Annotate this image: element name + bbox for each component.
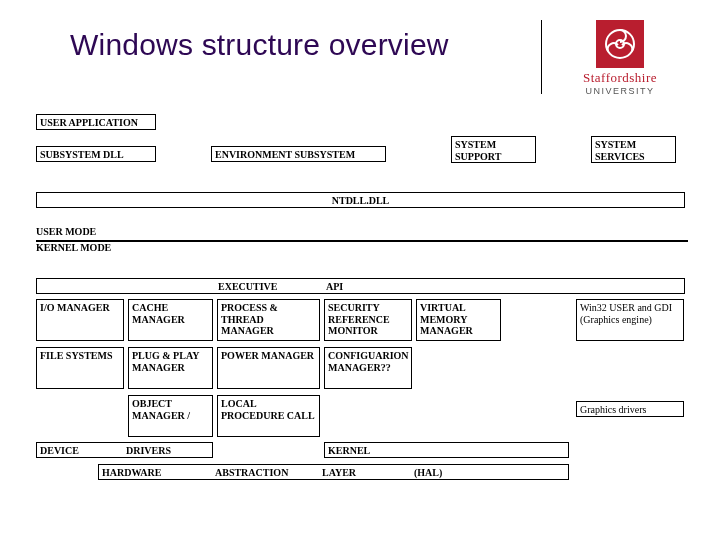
box-graphics-drivers: Graphics drivers	[576, 401, 684, 417]
box-drivers: DRIVERS	[123, 442, 213, 458]
box-object-manager: OBJECT MANAGER /	[128, 395, 213, 437]
box-environment-subsystem: ENVIRONMENT SUBSYSTEM	[211, 146, 386, 162]
box-abstraction: ABSTRACTION	[212, 464, 320, 480]
box-device: DEVICE	[36, 442, 124, 458]
box-io-manager: I/O MANAGER	[36, 299, 124, 341]
box-exec-right	[412, 278, 685, 294]
box-api: API	[323, 278, 413, 294]
mode-divider-line	[36, 240, 688, 242]
university-logo: Staffordshire UNIVERSITY	[560, 20, 680, 96]
box-configuration-manager: CONFIGUARION MANAGER??	[324, 347, 412, 389]
box-power-manager: POWER MANAGER	[217, 347, 320, 389]
box-process-thread-manager: PROCESS & THREAD MANAGER	[217, 299, 320, 341]
box-win32-gdi: Win32 USER and GDI (Graphics engine)	[576, 299, 684, 341]
box-system-services: SYSTEM SERVICES	[591, 136, 676, 163]
logo-text-primary: Staffordshire	[560, 70, 680, 86]
box-hardware: HARDWARE	[98, 464, 213, 480]
logo-mark-icon	[596, 20, 644, 68]
box-hal: (HAL)	[411, 464, 569, 480]
box-cache-manager: CACHE MANAGER	[128, 299, 213, 341]
box-user-application: USER APPLICATION	[36, 114, 156, 130]
box-local-procedure-call: LOCAL PROCEDURE CALL	[217, 395, 320, 437]
slide-header: Windows structure overview Staffordshire…	[0, 0, 720, 70]
header-divider	[541, 20, 542, 94]
label-kernel-mode: KERNEL MODE	[36, 242, 111, 254]
box-plug-and-play-manager: PLUG & PLAY MANAGER	[128, 347, 213, 389]
box-security-reference-monitor: SECURITY REFERENCE MONITOR	[324, 299, 412, 341]
box-layer: LAYER	[319, 464, 412, 480]
box-kernel: KERNEL	[324, 442, 569, 458]
box-system-support: SYSTEM SUPPORT	[451, 136, 536, 163]
box-executive: EXECUTIVE	[215, 278, 324, 294]
box-exec-left	[36, 278, 216, 294]
box-virtual-memory-manager: VIRTUAL MEMORY MANAGER	[416, 299, 501, 341]
box-subsystem-dll: SUBSYSTEM DLL	[36, 146, 156, 162]
box-ntdll: NTDLL.DLL	[36, 192, 685, 208]
logo-text-secondary: UNIVERSITY	[560, 86, 680, 96]
label-user-mode: USER MODE	[36, 226, 96, 238]
box-file-systems: FILE SYSTEMS	[36, 347, 124, 389]
